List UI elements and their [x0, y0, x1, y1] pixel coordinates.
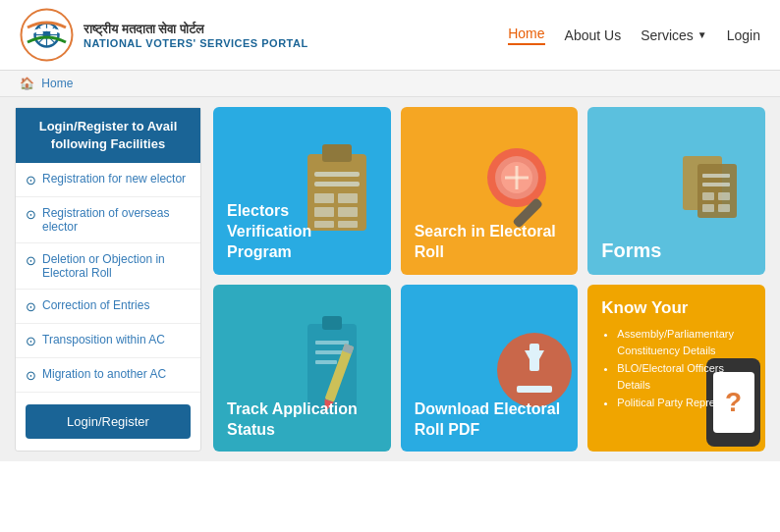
sidebar-item-label-3: Correction of Entries [42, 298, 149, 312]
svg-rect-8 [322, 144, 352, 162]
know-item-0: Assembly/Parliamentary Constituency Deta… [617, 326, 752, 360]
header: राष्ट्रीय मतदाता सेवा पोर्टल NATIONAL VO… [0, 0, 780, 71]
sidebar-item-label-2: Deletion or Objection in Electoral Roll [42, 252, 191, 280]
card5-label: Download Electoral Roll PDF [401, 388, 579, 452]
nav-login[interactable]: Login [727, 27, 760, 43]
breadcrumb-home-link[interactable]: Home [41, 77, 73, 90]
sidebar-item-0[interactable]: ⊙ Registration for new elector [16, 163, 200, 197]
circle-icon-3: ⊙ [26, 299, 36, 314]
logo-icon [20, 8, 74, 62]
svg-rect-32 [322, 316, 342, 330]
svg-rect-25 [702, 174, 730, 178]
card-forms[interactable]: Forms [587, 107, 765, 275]
card-search-electoral[interactable]: Search in Electoral Roll [401, 107, 579, 275]
nav-services[interactable]: Services ▼ [641, 27, 707, 43]
nav-links: Home About Us Services ▼ Login [508, 26, 760, 45]
svg-rect-35 [315, 360, 337, 364]
card-electors-verification[interactable]: Electors Verification Program [213, 107, 391, 275]
nav-home[interactable]: Home [508, 26, 544, 45]
service-grid: Electors Verification Program Search in … [213, 107, 765, 452]
main-content: Login/Register to Avail following Facili… [0, 97, 780, 461]
know-item-2: Political Party Repre... [617, 395, 752, 412]
know-your-list: Assembly/Parliamentary Constituency Deta… [601, 326, 752, 412]
sidebar-item-2[interactable]: ⊙ Deletion or Objection in Electoral Rol… [16, 243, 200, 290]
sidebar-item-label-1: Registration of overseas elector [42, 206, 191, 234]
circle-icon-1: ⊙ [26, 207, 36, 222]
logo-area: राष्ट्रीय मतदाता सेवा पोर्टल NATIONAL VO… [20, 8, 308, 62]
nav-services-label: Services [641, 27, 694, 43]
sidebar: Login/Register to Avail following Facili… [15, 107, 201, 452]
card-know-your[interactable]: Know Your Assembly/Parliamentary Constit… [587, 285, 765, 452]
know-item-1: BLO/Electoral Officers Details [617, 360, 752, 395]
home-icon: 🏠 [20, 77, 34, 90]
chevron-down-icon: ▼ [697, 29, 707, 40]
svg-rect-27 [702, 192, 714, 200]
svg-rect-28 [718, 192, 730, 200]
breadcrumb: 🏠 Home [0, 71, 780, 97]
circle-icon-2: ⊙ [26, 253, 36, 268]
svg-rect-41 [529, 344, 539, 371]
sidebar-item-1[interactable]: ⊙ Registration of overseas elector [16, 197, 200, 243]
login-register-button[interactable]: Login/Register [26, 404, 191, 439]
circle-icon-4: ⊙ [26, 334, 36, 348]
svg-rect-10 [314, 182, 360, 186]
card4-label: Track Application Status [213, 388, 391, 452]
sidebar-title: Login/Register to Avail following Facili… [16, 108, 200, 163]
sidebar-item-label-4: Transposition within AC [42, 333, 165, 346]
nav-about-us[interactable]: About Us [565, 27, 622, 43]
logo-english: NATIONAL VOTERS' SERVICES PORTAL [84, 37, 308, 49]
card3-label: Forms [587, 226, 675, 275]
sidebar-item-4[interactable]: ⊙ Transposition within AC [16, 324, 200, 358]
know-your-title: Know Your [601, 298, 752, 318]
card1-label: Electors Verification Program [213, 189, 391, 274]
card2-label: Search in Electoral Roll [401, 210, 579, 275]
sidebar-item-label-0: Registration for new elector [42, 172, 186, 186]
svg-rect-26 [702, 183, 730, 186]
card-download-roll[interactable]: Download Electoral Roll PDF [401, 285, 579, 452]
sidebar-item-5[interactable]: ⊙ Migration to another AC [16, 358, 200, 393]
svg-rect-29 [702, 204, 714, 212]
logo-hindi: राष्ट्रीय मतदाता सेवा पोर्टल [84, 22, 308, 37]
svg-rect-33 [315, 341, 349, 345]
card-track-application[interactable]: Track Application Status [213, 285, 391, 452]
circle-icon-0: ⊙ [26, 173, 36, 187]
svg-rect-9 [314, 172, 360, 177]
sidebar-item-label-5: Migration to another AC [42, 367, 166, 381]
circle-icon-5: ⊙ [26, 368, 36, 383]
know-your-content: Know Your Assembly/Parliamentary Constit… [587, 285, 765, 426]
logo-text: राष्ट्रीय मतदाता सेवा पोर्टल NATIONAL VO… [84, 22, 308, 49]
svg-rect-30 [718, 204, 730, 212]
sidebar-item-3[interactable]: ⊙ Correction of Entries [16, 290, 200, 324]
